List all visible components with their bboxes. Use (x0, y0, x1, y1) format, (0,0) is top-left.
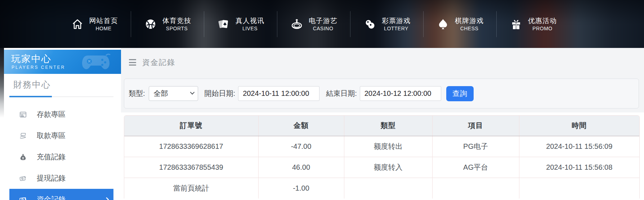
cell: -47.00 (258, 136, 344, 157)
nav-label-zh: 电子游艺 (309, 16, 337, 25)
end-date-input[interactable] (360, 86, 441, 101)
nav-item-promo[interactable]: 优惠活动PROMO (496, 11, 569, 37)
nav-label-en: CASINO (309, 25, 337, 32)
chevron-down-icon (190, 90, 194, 95)
nav-item-home[interactable]: 网站首页HOME (58, 11, 131, 37)
sidebar-subtitle: PLAYERS CENTER (12, 65, 65, 70)
nav-label-zh: 优惠活动 (528, 16, 557, 25)
table-row: 1728633369628617-47.00额度转出PG电子2024-10-11… (124, 136, 639, 157)
page-header: 資金記錄 (129, 57, 175, 67)
cell (344, 178, 432, 199)
sidebar-item-4[interactable]: 提現記錄 (9, 168, 113, 189)
funds-record-table: 訂單號金額類型項目時間 1728633369628617-47.00额度转出PG… (124, 115, 640, 199)
nav-label-en: SPORTS (162, 25, 191, 32)
nav-item-chess[interactable]: 棋牌游戏CHESS (423, 11, 496, 37)
filter-panel: 類型: 全部 開始日期: 結束日期: 查詢 (124, 79, 639, 108)
cell: AG平台 (432, 157, 519, 178)
start-date-label: 開始日期: (205, 89, 236, 98)
roulette-icon (290, 17, 304, 31)
cell: 46.00 (258, 157, 344, 178)
cell: 2024-10-11 15:56:08 (519, 157, 639, 178)
cell: 额度转出 (344, 136, 432, 157)
start-date-input[interactable] (238, 86, 319, 101)
nav-label-zh: 体育竞技 (162, 16, 191, 25)
column-header: 時間 (519, 116, 639, 136)
type-select[interactable]: 全部 (149, 86, 198, 101)
table-row: 172863336785543946.00额度转入AG平台2024-10-11 … (124, 157, 639, 178)
menu-toggle-icon[interactable] (129, 59, 136, 66)
gift-icon (509, 17, 523, 31)
nav-item-label: 体育竞技SPORTS (162, 16, 191, 32)
sports-ball-icon (144, 17, 157, 31)
nav-item-label: 真人视讯LIVES (236, 16, 264, 32)
cell (432, 178, 519, 199)
cell: PG电子 (432, 136, 519, 157)
sidebar-item-label: 充值記錄 (37, 152, 66, 162)
nav-label-en: HOME (89, 25, 118, 32)
sidebar-menu: 存款專區取款專區充值記錄提現記錄資金記錄 (4, 104, 121, 200)
nav-label-en: PROMO (528, 25, 557, 32)
money-bag-icon (19, 153, 27, 161)
nav-label-zh: 彩票游戏 (382, 16, 411, 25)
nav-item-lives[interactable]: 真人视讯LIVES (204, 11, 277, 37)
sidebar-item-2[interactable]: 取款專區 (9, 125, 113, 146)
nav-item-label: 彩票游戏LOTTERY (382, 16, 411, 32)
page-left-backdrop (0, 48, 4, 127)
cell: 1728633369628617 (124, 136, 258, 157)
page: 网站首页HOME体育竞技SPORTS真人视讯LIVES电子游艺CASINO彩票游… (0, 0, 644, 200)
sidebar-item-5[interactable]: 資金記錄 (9, 189, 113, 200)
home-icon (71, 17, 84, 31)
column-header: 金額 (258, 116, 344, 136)
nav-label-en: CHESS (455, 25, 484, 32)
cell: -1.00 (258, 178, 344, 199)
nav-item-lottery[interactable]: 彩票游戏LOTTERY (350, 11, 423, 37)
main-content: 資金記錄 類型: 全部 開始日期: 結束日期: 查詢 訂單號金額類型項目時間 1… (121, 48, 644, 200)
table-header-row: 訂單號金額類型項目時間 (124, 116, 639, 136)
lottery-balls-icon (363, 17, 377, 31)
deposit-icon (19, 110, 27, 119)
players-center-sidebar: 玩家中心 PLAYERS CENTER 財務中心 存款專區取款專區充值記錄提現記… (4, 50, 121, 200)
top-navbar: 网站首页HOME体育竞技SPORTS真人视讯LIVES电子游艺CASINO彩票游… (0, 0, 644, 48)
cell: 2024-10-11 15:56:09 (519, 136, 639, 157)
page-title: 資金記錄 (142, 57, 175, 67)
chevron-right-icon (104, 197, 109, 200)
nav-item-casino[interactable]: 电子游艺CASINO (277, 11, 350, 37)
wallet-icon (19, 174, 27, 183)
nav-label-en: LOTTERY (382, 25, 411, 32)
nav-menu: 网站首页HOME体育竞技SPORTS真人视讯LIVES电子游艺CASINO彩票游… (58, 0, 569, 48)
sidebar-section-title: 財務中心 (9, 79, 113, 97)
nav-item-label: 棋牌游戏CHESS (455, 16, 484, 32)
sidebar-item-label: 提現記錄 (37, 173, 66, 183)
column-header: 訂單號 (124, 116, 258, 136)
sidebar-item-label: 取款專區 (37, 131, 66, 141)
playing-cards-icon (217, 17, 231, 31)
nav-item-sports[interactable]: 体育竞技SPORTS (131, 11, 204, 37)
sidebar-item-1[interactable]: 存款專區 (9, 104, 113, 125)
table-row: 當前頁統計-1.00 (124, 178, 639, 199)
query-button[interactable]: 查詢 (446, 86, 474, 101)
banknote-icon (19, 195, 27, 200)
cell: 1728633367855439 (124, 157, 258, 178)
type-label: 類型: (129, 89, 145, 98)
cell (519, 178, 639, 199)
end-date-label: 結束日期: (326, 89, 357, 98)
type-select-value: 全部 (154, 89, 168, 98)
sidebar-header: 玩家中心 PLAYERS CENTER (4, 50, 121, 74)
nav-label-zh: 棋牌游戏 (455, 16, 484, 25)
nav-item-label: 网站首页HOME (89, 16, 118, 32)
sidebar-item-3[interactable]: 充值記錄 (9, 146, 113, 168)
gamepad-icon (81, 53, 114, 71)
nav-item-label: 电子游艺CASINO (309, 16, 337, 32)
sidebar-item-label: 資金記錄 (37, 195, 66, 200)
nav-label-en: LIVES (236, 25, 264, 32)
nav-item-label: 优惠活动PROMO (528, 16, 557, 32)
column-header: 項目 (432, 116, 519, 136)
spade-icon (436, 17, 450, 31)
sidebar-title: 玩家中心 (11, 53, 52, 65)
nav-label-zh: 真人视讯 (236, 16, 264, 25)
cell: 额度转入 (344, 157, 432, 178)
column-header: 類型 (344, 116, 432, 136)
nav-label-zh: 网站首页 (89, 16, 118, 25)
withdraw-hand-icon (19, 132, 27, 140)
cell: 當前頁統計 (124, 178, 258, 199)
